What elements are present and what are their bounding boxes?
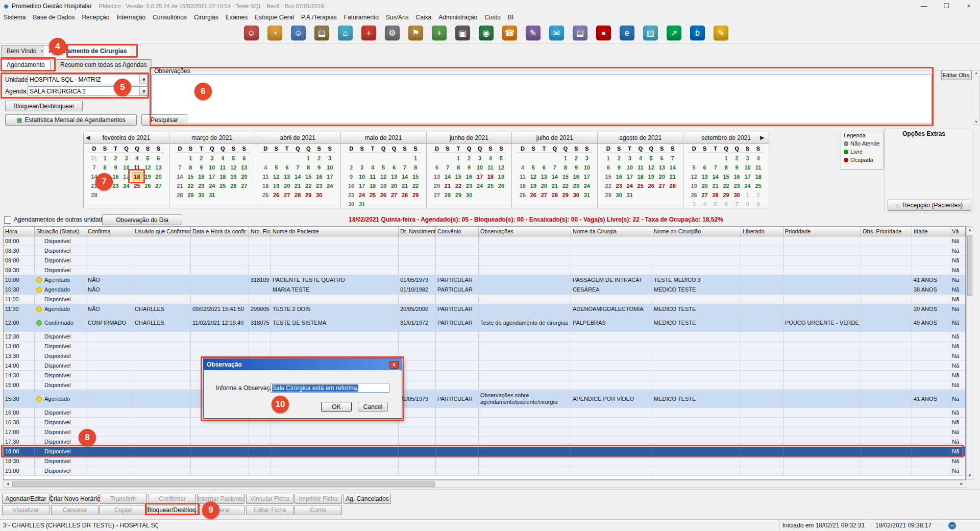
- calendar-day-2[interactable]: 2: [314, 154, 325, 163]
- action-internar-paciente[interactable]: Internar Paciente: [197, 494, 244, 504]
- calendar-day-15[interactable]: 15: [603, 172, 614, 181]
- pesquisar-button[interactable]: Pesquisar: [141, 114, 187, 126]
- calendar-day-17[interactable]: 17: [207, 172, 217, 181]
- dialog-close-icon[interactable]: ×: [389, 361, 399, 369]
- calendar-day-20[interactable]: 20: [656, 172, 667, 181]
- calendar-day-28[interactable]: 28: [175, 190, 185, 200]
- calendar-day-7[interactable]: 7: [175, 163, 185, 172]
- calendar-day-22[interactable]: 22: [453, 181, 463, 190]
- calendar-day-7[interactable]: 7: [731, 200, 742, 209]
- calendar-day-21[interactable]: 21: [442, 181, 453, 190]
- calendar-day-25[interactable]: 25: [517, 190, 528, 200]
- calendar-day-23[interactable]: 23: [463, 181, 474, 190]
- column-header-obs-prioridade[interactable]: Obs. Prioridade: [861, 227, 912, 236]
- record-stop-icon[interactable]: ●: [596, 26, 611, 40]
- calendar-day-21[interactable]: 21: [400, 181, 410, 190]
- menu-item-sistema[interactable]: Sistema: [0, 12, 29, 22]
- observacao-input[interactable]: Sala Cirúrgica está em reforma.: [271, 383, 389, 393]
- calendar-day-16[interactable]: 16: [571, 172, 581, 181]
- calendar-day-28[interactable]: 28: [292, 190, 303, 200]
- calendar-day-9[interactable]: 9: [571, 163, 581, 172]
- calendar-day-18[interactable]: 18: [217, 172, 228, 181]
- calendar-day-22[interactable]: 22: [185, 181, 196, 190]
- calendar-day-17[interactable]: 17: [325, 172, 335, 181]
- calendar-day-11[interactable]: 11: [132, 163, 142, 172]
- calendar-day-29[interactable]: 29: [410, 190, 421, 200]
- menu-item-estoque-geral[interactable]: Estoque Geral: [251, 12, 298, 22]
- calendar-day-6[interactable]: 6: [432, 163, 443, 172]
- calendar-day-21[interactable]: 21: [292, 181, 303, 190]
- calendar-day-15[interactable]: 15: [303, 172, 314, 181]
- menu-item-base-de-dados[interactable]: Base de Dados: [29, 12, 78, 22]
- calendar-next-icon[interactable]: ▶: [760, 134, 764, 141]
- calendar-day-12[interactable]: 12: [528, 172, 538, 181]
- calendar-day-4[interactable]: 4: [753, 154, 764, 163]
- calendar-day-13[interactable]: 13: [239, 163, 250, 172]
- calendar-day-19[interactable]: 19: [528, 181, 538, 190]
- calendar-day-18[interactable]: 18: [260, 181, 271, 190]
- calendar-day-11[interactable]: 11: [635, 163, 646, 172]
- action-copiar[interactable]: Copiar: [100, 505, 147, 515]
- calendar-day-1[interactable]: 1: [742, 190, 753, 200]
- dialog-title-bar[interactable]: Observação ×: [204, 359, 402, 370]
- observacoes-scrollbar[interactable]: ▲▼: [973, 70, 979, 125]
- calendar-day-8[interactable]: 8: [100, 163, 110, 172]
- column-header-nome-da-cirurgia[interactable]: Nome da Cirurgia: [571, 227, 652, 236]
- calendar-day-24[interactable]: 24: [474, 181, 485, 190]
- calendar-day-22[interactable]: 22: [303, 181, 314, 190]
- calendar-day-3[interactable]: 3: [474, 154, 485, 163]
- estatistica-mensal-button[interactable]: ▦ Estatística Mensal de Agendamentos: [5, 114, 137, 126]
- calendar-day-30[interactable]: 30: [346, 200, 357, 209]
- close-button[interactable]: ×: [958, 0, 980, 12]
- calendar-day-30[interactable]: 30: [571, 190, 581, 200]
- action-conta[interactable]: Conta: [295, 505, 342, 515]
- calendar-day-30[interactable]: 30: [463, 190, 474, 200]
- calendar-day-12[interactable]: 12: [378, 172, 389, 181]
- calendar-day-12[interactable]: 12: [142, 163, 153, 172]
- calendar-day-15[interactable]: 15: [560, 172, 571, 181]
- pen-icon[interactable]: ✎: [526, 26, 541, 40]
- calendar-day-22[interactable]: 22: [603, 181, 614, 190]
- calendar-day-28[interactable]: 28: [400, 190, 410, 200]
- calendar-day-19[interactable]: 19: [271, 181, 282, 190]
- form-icon[interactable]: ▤: [573, 26, 587, 40]
- calendar-day-27[interactable]: 27: [282, 190, 292, 200]
- calendar-day-19[interactable]: 19: [142, 172, 153, 181]
- schedule-row-1730[interactable]: 17:30 DisponívelNã: [4, 437, 965, 447]
- calendar-day-27[interactable]: 27: [656, 181, 667, 190]
- calendar-day-21[interactable]: 21: [549, 181, 560, 190]
- schedule-row-0800[interactable]: 08:00 DisponívelNã: [4, 236, 965, 246]
- calendar-day-7[interactable]: 7: [667, 154, 678, 163]
- calendar-day-9[interactable]: 9: [463, 163, 474, 172]
- calendar-day-14[interactable]: 14: [549, 172, 560, 181]
- calendar-day-25[interactable]: 25: [217, 181, 228, 190]
- calendar-day-26[interactable]: 26: [689, 190, 699, 200]
- calendar-day-13[interactable]: 13: [282, 172, 292, 181]
- schedule-row-1330[interactable]: 13:30 DisponívelNã: [4, 351, 965, 361]
- recepcao-pacientes-button[interactable]: ⌂ Recepção (Pacientes): [888, 200, 971, 211]
- calendar-day-26[interactable]: 26: [496, 181, 506, 190]
- menu-item-sus-ans[interactable]: Sus/Ans: [382, 12, 412, 22]
- calendar-day-6[interactable]: 6: [656, 154, 667, 163]
- schedule-row-0930[interactable]: 09:30 DisponívelNã: [4, 266, 965, 275]
- calendar-day-15[interactable]: 15: [185, 172, 196, 181]
- action-criar-novo-horario[interactable]: Criar Novo Horário: [51, 494, 99, 504]
- menu-item-p-a-terapias[interactable]: P.A./Terapias: [298, 12, 340, 22]
- calendar-day-9[interactable]: 9: [346, 172, 357, 181]
- calendar-day-19[interactable]: 19: [646, 172, 656, 181]
- column-header-nome-do-paciente[interactable]: Nome do Paciente: [271, 227, 399, 236]
- calendar-day-9[interactable]: 9: [731, 163, 742, 172]
- calendar-day-30[interactable]: 30: [196, 190, 207, 200]
- schedule-row-1530[interactable]: 15:30 Agendado01/05/1979PARTICULARObserv…: [4, 390, 965, 408]
- calendar-day-4[interactable]: 4: [217, 154, 228, 163]
- calendar-day-25[interactable]: 25: [260, 190, 271, 200]
- calendar-day-8[interactable]: 8: [560, 163, 571, 172]
- calendar-day-1[interactable]: 1: [100, 154, 110, 163]
- schedule-row-0900[interactable]: 09:00 DisponívelNã: [4, 256, 965, 266]
- calendar-day-18[interactable]: 18: [753, 172, 764, 181]
- medical-team-icon[interactable]: ☺: [291, 26, 306, 40]
- action-ag-cancelados[interactable]: Ag. Cancelados: [344, 494, 391, 504]
- notes-icon[interactable]: ✎: [714, 26, 728, 40]
- ok-button[interactable]: OK: [321, 402, 352, 412]
- schedule-icon[interactable]: ◔: [267, 26, 282, 40]
